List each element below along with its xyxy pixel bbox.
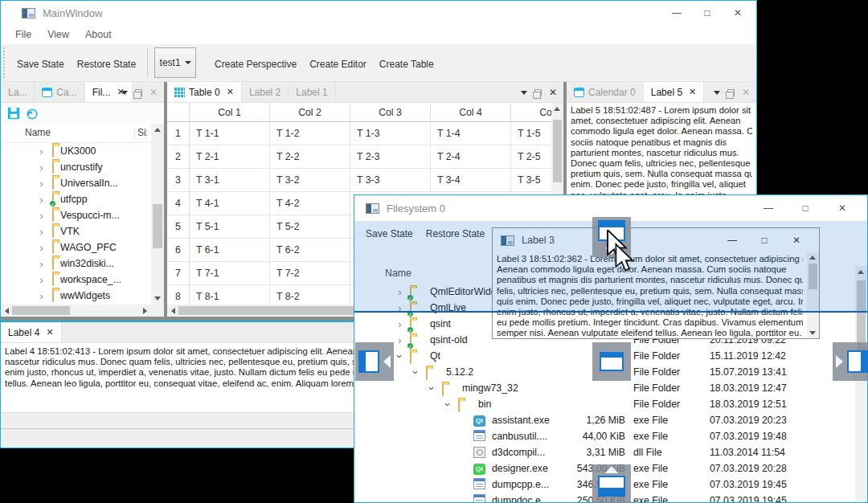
table-cell[interactable]: T 4-2 <box>270 192 350 215</box>
maximize-button[interactable]: □ <box>787 199 824 217</box>
table-cell[interactable]: T 2-1 <box>190 145 270 169</box>
expand-chevron-icon[interactable] <box>36 291 47 301</box>
expand-chevron-icon[interactable] <box>36 162 47 173</box>
tree-item[interactable]: ✓ win32diski... <box>1 256 151 272</box>
expand-chevron-icon[interactable] <box>395 319 405 329</box>
filesystem-row[interactable]: ✓ d3dcompil... 3,31 MiB dll File 11.03.2… <box>354 444 855 460</box>
expand-chevron-icon[interactable] <box>36 243 47 253</box>
tab-close-icon[interactable]: ✕ <box>227 87 234 97</box>
tree-item[interactable]: ✓ VTK <box>1 223 151 239</box>
float-dock-button[interactable] <box>135 89 142 96</box>
minimize-button[interactable]: — <box>661 4 692 22</box>
expand-chevron-icon[interactable] <box>395 351 405 362</box>
expand-chevron-icon[interactable] <box>443 399 453 410</box>
table-cell[interactable]: T 7-2 <box>270 262 350 285</box>
tree-item[interactable]: ✓ workspace_... <box>1 272 151 288</box>
tab-close-icon[interactable]: ✕ <box>46 327 53 337</box>
toolbar-button[interactable]: Restore State <box>71 54 142 72</box>
horizontal-scrollbar[interactable] <box>1 305 151 317</box>
expand-chevron-icon[interactable] <box>36 178 47 189</box>
toolbar-button[interactable]: Save State <box>10 54 71 72</box>
table-cell[interactable]: T 1-5 <box>511 122 551 145</box>
drop-indicator-center[interactable] <box>592 342 631 381</box>
table-cell[interactable]: T 6-1 <box>190 239 270 262</box>
dock-tab[interactable]: Calendar 0 ✕ <box>567 82 644 102</box>
table-cell[interactable]: T 1-1 <box>190 122 270 145</box>
close-button[interactable]: ✕ <box>824 199 861 217</box>
row-number[interactable]: 1 <box>167 122 190 145</box>
toolbar-button[interactable]: Create Perspective <box>208 54 303 72</box>
table-cell[interactable]: T 5-2 <box>270 215 350 239</box>
expand-chevron-icon[interactable] <box>36 227 47 237</box>
tree-header-size[interactable]: Size <box>134 127 147 138</box>
table-cell[interactable]: T 7-1 <box>190 262 270 285</box>
tree-item[interactable]: ✓ WAGO_PFC <box>1 239 151 256</box>
expand-chevron-icon[interactable] <box>395 335 405 346</box>
expand-chevron-icon[interactable] <box>411 367 421 378</box>
expand-chevron-icon[interactable] <box>36 211 47 221</box>
filesystem-row[interactable]: ✓ bin File Folder 18.03.2019 12:51 <box>354 396 855 412</box>
dock-tab[interactable]: La... ✕ <box>1 82 35 102</box>
main-titlebar[interactable]: MainWindow — □ ✕ <box>1 1 756 25</box>
tab-menu-button[interactable] <box>714 91 720 95</box>
tree-item[interactable]: ✓ wwWidgets <box>1 288 151 304</box>
table-cell[interactable]: T 2-5 <box>511 145 551 169</box>
filesystem-row[interactable]: ✓ mingw73_32 File Folder 18.03.2019 12:4… <box>354 380 855 396</box>
table-cell[interactable]: T 3-4 <box>431 169 511 192</box>
minimize-button[interactable]: — <box>750 199 787 217</box>
toolbar-button[interactable]: Create Table <box>373 54 440 72</box>
table-cell[interactable]: T 3-3 <box>350 169 431 192</box>
maximize-button[interactable]: □ <box>692 4 723 22</box>
tree-item[interactable]: ✓ UniversalIn... <box>1 175 151 191</box>
tab-menu-button[interactable] <box>521 91 527 95</box>
expand-chevron-icon[interactable] <box>36 275 47 285</box>
close-button[interactable]: ✕ <box>723 4 753 22</box>
tree-header-name[interactable]: Name <box>25 127 51 138</box>
row-number[interactable]: 6 <box>167 239 190 262</box>
toolbar-button[interactable]: Create Editor <box>303 54 373 72</box>
drop-indicator-right[interactable] <box>833 342 868 381</box>
close-dock-button[interactable]: ✕ <box>742 87 750 98</box>
table-cell[interactable]: T 3-1 <box>190 169 270 192</box>
float-dock-button[interactable] <box>727 89 735 96</box>
table-cell[interactable]: T 6-2 <box>270 239 350 262</box>
table-cell[interactable]: T 2-2 <box>270 145 350 169</box>
filesystem-row[interactable]: ✓ canbusutil.... 44,00 KiB exe File 07.0… <box>354 428 855 444</box>
row-number[interactable]: 4 <box>167 192 190 215</box>
float-dock-button[interactable] <box>534 89 542 96</box>
dock-tab[interactable]: Ca... ✕ <box>35 82 84 102</box>
table-cell[interactable]: T 1-2 <box>270 122 350 145</box>
menu-item[interactable]: File <box>7 29 39 40</box>
drop-indicator-bottom[interactable] <box>592 464 631 503</box>
dock-tab[interactable]: Label 4 ✕ <box>1 322 62 342</box>
table-cell[interactable]: T 8-2 <box>270 285 350 305</box>
toolbar-handle[interactable] <box>3 47 7 78</box>
close-dock-button[interactable]: ✕ <box>149 87 158 98</box>
table-cell[interactable]: T 8-1 <box>190 285 270 305</box>
menu-item[interactable]: About <box>77 29 120 40</box>
save-state-icon[interactable] <box>8 108 19 119</box>
row-number[interactable]: 2 <box>167 145 190 169</box>
filesystem-row[interactable]: ✓ assistant.exe 1,26 MiB exe File 07.03.… <box>354 412 855 428</box>
table-cell[interactable]: T 1-4 <box>431 122 511 145</box>
row-number[interactable]: 8 <box>167 285 190 305</box>
table-cell[interactable]: T 2-3 <box>350 145 431 169</box>
dock-tab[interactable]: Label 1 ✕ <box>289 82 335 102</box>
menu-item[interactable]: View <box>39 29 77 40</box>
expand-chevron-icon[interactable] <box>36 194 47 205</box>
table-column-header[interactable]: Col 2 <box>270 103 350 121</box>
row-number[interactable]: 5 <box>167 215 190 239</box>
table-cell[interactable]: T 1-3 <box>350 122 431 145</box>
tree-item[interactable]: ✓ UK3000 <box>1 143 151 159</box>
tree-item[interactable]: ✓ utfcpp <box>1 191 151 207</box>
tab-close-icon[interactable]: ✕ <box>689 87 696 97</box>
expand-chevron-icon[interactable] <box>427 383 437 394</box>
drop-indicator-left[interactable] <box>355 342 394 381</box>
table-cell[interactable]: T 3-2 <box>270 169 350 192</box>
close-dock-button[interactable]: ✕ <box>549 87 557 98</box>
tree-item[interactable]: ✓ Vespucci-m... <box>1 207 151 223</box>
expand-chevron-icon[interactable] <box>36 259 47 269</box>
restore-state-icon[interactable] <box>27 109 38 120</box>
table-cell[interactable]: T 4-1 <box>190 192 270 215</box>
dock-tab[interactable]: Table 0 ✕ <box>167 82 242 102</box>
